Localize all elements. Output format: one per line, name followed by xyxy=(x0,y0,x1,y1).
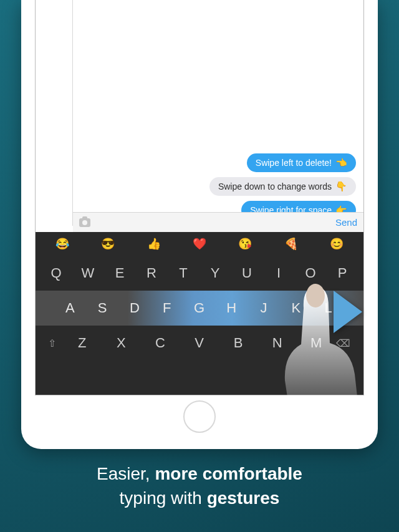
send-button[interactable]: Send xyxy=(335,217,357,228)
key-f[interactable]: F xyxy=(151,300,183,316)
message-text: Swipe down to change words xyxy=(218,181,332,191)
key-u[interactable]: U xyxy=(231,265,263,281)
home-button[interactable] xyxy=(183,400,216,433)
key-d[interactable]: D xyxy=(119,300,151,316)
key-z[interactable]: Z xyxy=(63,335,102,351)
key-g[interactable]: G xyxy=(183,300,216,316)
key-a[interactable]: A xyxy=(54,300,87,316)
emoji-suggestion-row: 😂 😎 👍 ❤️ 😘 🍕 😊 xyxy=(36,232,363,256)
key-q[interactable]: Q xyxy=(41,265,72,281)
marketing-caption: Easier, more comfortable typing with ges… xyxy=(0,462,399,510)
conversation-sidebar xyxy=(36,0,73,226)
caption-text: more comfortable xyxy=(155,464,302,483)
emoji-suggestion[interactable]: 😂 xyxy=(55,237,69,251)
point-left-icon: 👈 xyxy=(335,158,347,167)
emoji-suggestion[interactable]: 😘 xyxy=(238,237,252,251)
key-t[interactable]: T xyxy=(168,265,200,281)
message-bubble: Swipe left to delete! 👈 xyxy=(247,153,356,172)
finger-illustration xyxy=(280,281,367,430)
shift-key[interactable]: ⇧ xyxy=(48,337,63,349)
key-v[interactable]: V xyxy=(180,335,219,351)
key-o[interactable]: O xyxy=(295,265,327,281)
key-h[interactable]: H xyxy=(216,300,248,316)
key-w[interactable]: W xyxy=(72,265,104,281)
point-down-icon: 👇 xyxy=(335,181,347,191)
key-s[interactable]: S xyxy=(87,300,119,316)
emoji-suggestion[interactable]: 👍 xyxy=(147,237,161,251)
key-e[interactable]: E xyxy=(104,265,136,281)
emoji-suggestion[interactable]: 😎 xyxy=(101,237,115,251)
caption-text: gestures xyxy=(207,488,280,508)
key-y[interactable]: Y xyxy=(200,265,231,281)
key-r[interactable]: R xyxy=(136,265,168,281)
compose-bar: Send xyxy=(73,212,363,232)
key-p[interactable]: P xyxy=(327,265,358,281)
key-b[interactable]: B xyxy=(219,335,258,351)
ipad-frame: Swipe left to delete! 👈 Swipe down to ch… xyxy=(21,0,378,449)
caption-text: Easier, xyxy=(97,464,155,483)
screen: Swipe left to delete! 👈 Swipe down to ch… xyxy=(35,0,364,395)
key-i[interactable]: I xyxy=(263,265,295,281)
svg-point-0 xyxy=(306,284,325,307)
key-x[interactable]: X xyxy=(102,335,142,351)
camera-icon[interactable] xyxy=(79,218,90,227)
caption-text: typing with xyxy=(120,488,207,508)
message-bubble: Swipe down to change words 👇 xyxy=(209,177,356,196)
key-j[interactable]: J xyxy=(248,300,281,316)
key-c[interactable]: C xyxy=(141,335,180,351)
emoji-suggestion[interactable]: ❤️ xyxy=(193,237,206,251)
emoji-suggestion[interactable]: 🍕 xyxy=(284,237,298,251)
message-text: Swipe left to delete! xyxy=(256,158,332,168)
emoji-suggestion[interactable]: 😊 xyxy=(330,237,344,251)
chat-area: Swipe left to delete! 👈 Swipe down to ch… xyxy=(73,0,363,226)
